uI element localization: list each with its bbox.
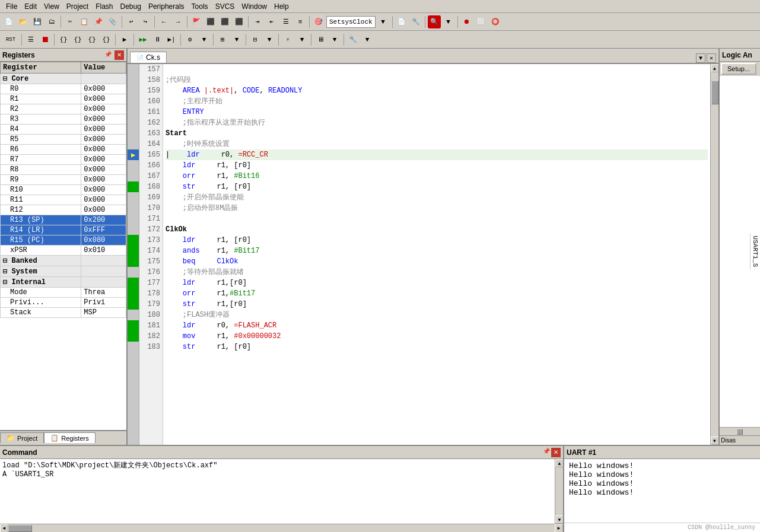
scroll-up-btn[interactable]: ▲ <box>711 64 719 72</box>
line-number: 178 <box>142 288 160 299</box>
register-value-cell: 0x000 <box>81 94 126 104</box>
another-btn[interactable]: 📎 <box>106 15 119 28</box>
copy-btn[interactable]: 📋 <box>78 15 91 28</box>
paste-btn[interactable]: 📌 <box>92 15 105 28</box>
save-all-btn[interactable]: 🗂 <box>45 15 58 28</box>
cmd-scroll-right[interactable]: ► <box>555 524 563 533</box>
record-btn[interactable]: ⏺ <box>460 15 473 28</box>
close-command-btn[interactable]: ✕ <box>551 448 561 457</box>
t2-b5[interactable]: {} <box>100 33 113 46</box>
col-btn[interactable]: ☰ <box>279 15 292 28</box>
t2-b2[interactable]: {} <box>57 33 70 46</box>
cmd-scroll-up[interactable]: ▲ <box>555 459 563 467</box>
unindent-btn[interactable]: ⇤ <box>265 15 278 28</box>
menu-help[interactable]: Help <box>271 1 292 12</box>
t2-stop2[interactable]: ⏸ <box>151 33 164 46</box>
t2-b4[interactable]: {} <box>85 33 98 46</box>
search-dropdown[interactable]: ▼ <box>442 15 455 28</box>
t2-dd4[interactable]: ▼ <box>295 33 309 46</box>
search-btn[interactable]: 🔍 <box>428 15 441 28</box>
cmd-scroll-down[interactable]: ▼ <box>555 515 563 524</box>
sep13 <box>133 34 134 46</box>
disassembly-btn[interactable]: Disas <box>720 435 760 445</box>
cmd-scroll-h-thumb[interactable] <box>8 525 32 532</box>
menu-project[interactable]: Project <box>63 1 92 12</box>
open-btn[interactable]: 📂 <box>17 15 30 28</box>
t2-run[interactable]: ▶▶ <box>136 33 150 46</box>
pin-command-icon[interactable]: 📌 <box>543 448 550 457</box>
menu-tools[interactable]: Tools <box>188 1 212 12</box>
bookmark1[interactable]: 🚩 <box>190 15 203 28</box>
scroll-thumb[interactable] <box>711 81 718 104</box>
debug-btn[interactable]: 🔧 <box>409 15 422 28</box>
table-row: R100x000 <box>1 185 126 195</box>
rst-btn[interactable]: RST <box>2 33 19 46</box>
menu-file[interactable]: File <box>2 1 21 12</box>
t2-tools[interactable]: 🔧 <box>346 33 360 46</box>
t2-dd1[interactable]: ▼ <box>198 33 211 46</box>
bookmark2[interactable]: ⬛ <box>204 15 217 28</box>
t2-dd5[interactable]: ▼ <box>328 33 341 46</box>
menu-svcs[interactable]: SVCS <box>212 1 239 12</box>
register-value-cell: Threa <box>81 288 126 298</box>
stop-btn[interactable]: ⬜ <box>475 15 488 28</box>
t2-b6[interactable]: ▶| <box>165 33 178 46</box>
menu-edit[interactable]: Edit <box>21 1 40 12</box>
cmd-scroll-left[interactable]: ◄ <box>0 524 8 533</box>
scroll-down-btn[interactable]: ▼ <box>711 437 719 445</box>
t2-step-over[interactable]: ▶ <box>118 33 131 46</box>
option-btn[interactable]: ⭕ <box>489 15 502 28</box>
t2-b7[interactable]: ⚙ <box>183 33 196 46</box>
setup-button[interactable]: Setup... <box>721 63 756 75</box>
t2-b10[interactable]: ⚡ <box>281 33 294 46</box>
menu-debug[interactable]: Debug <box>117 1 145 12</box>
build-btn[interactable]: 📄 <box>395 15 408 28</box>
indent-btn[interactable]: ⇥ <box>251 15 264 28</box>
vertical-scrollbar[interactable]: ▲ ▼ <box>710 64 718 445</box>
t2-b3[interactable]: {} <box>71 33 84 46</box>
new-btn[interactable]: 📄 <box>2 15 15 28</box>
t2-b1[interactable]: ☰ <box>24 33 37 46</box>
tab-close-btn[interactable]: ✕ <box>707 53 716 63</box>
tab-label: Ck.s <box>146 53 160 62</box>
undo-btn[interactable]: ↩ <box>125 15 138 28</box>
table-row: R20x000 <box>1 104 126 114</box>
command-scrollbar[interactable]: ▲ ▼ <box>555 459 563 524</box>
menu-flash[interactable]: Flash <box>92 1 116 12</box>
col2-btn[interactable]: ≡ <box>294 15 307 28</box>
command-content[interactable]: load "D:\Soft\MDK\project\新建文件夹\Objects\… <box>0 459 555 524</box>
command-scrollbar-h[interactable]: ◄ ► <box>0 524 563 532</box>
registers-tab[interactable]: 📋 Registers <box>44 432 95 443</box>
code-container: ▶ 15715815916016116216316416516616716816… <box>128 64 718 445</box>
t2-dd2[interactable]: ▼ <box>230 33 243 46</box>
t2-b9[interactable]: ⊟ <box>249 33 262 46</box>
save-btn[interactable]: 💾 <box>31 15 44 28</box>
tab-dropdown-btn[interactable]: ▼ <box>696 53 705 63</box>
register-name-cell: ⊟ Internal <box>1 277 81 288</box>
bookmark3[interactable]: ⬛ <box>218 15 231 28</box>
nav-back[interactable]: ← <box>157 15 170 28</box>
logic-scrollbar-h[interactable] <box>720 427 760 435</box>
menu-window[interactable]: Window <box>238 1 271 12</box>
project-tab[interactable]: 📁 Project <box>0 432 44 443</box>
t2-dd6[interactable]: ▼ <box>361 33 374 46</box>
bookmark4[interactable]: ⬛ <box>233 15 246 28</box>
t2-stop[interactable]: ⏹ <box>39 33 52 46</box>
close-registers-btn[interactable]: ✕ <box>115 50 124 60</box>
pin-icon[interactable]: 📌 <box>103 50 113 60</box>
logic-scroll-thumb[interactable] <box>737 429 743 435</box>
t2-b8[interactable]: ⊞ <box>216 33 229 46</box>
cut-btn[interactable]: ✂ <box>63 15 77 28</box>
menu-peripherals[interactable]: Peripherals <box>145 1 188 12</box>
t2-b11[interactable]: 🖥 <box>314 33 327 46</box>
code-editor[interactable]: ;代码段 AREA |.text|, CODE, READONLY ;主程序开始… <box>163 64 710 445</box>
redo-btn[interactable]: ↪ <box>139 15 152 28</box>
register-name-cell: ⊟ System <box>1 266 81 277</box>
t2-dd3[interactable]: ▼ <box>263 33 276 46</box>
menu-view[interactable]: View <box>40 1 63 12</box>
code-line: str r1, [r0] <box>166 181 708 192</box>
nav-fwd[interactable]: → <box>171 15 185 28</box>
ck-tab[interactable]: 📄 Ck.s <box>130 52 167 63</box>
dropdown-btn[interactable]: ▼ <box>377 15 390 28</box>
table-row: ModeThrea <box>1 288 126 298</box>
